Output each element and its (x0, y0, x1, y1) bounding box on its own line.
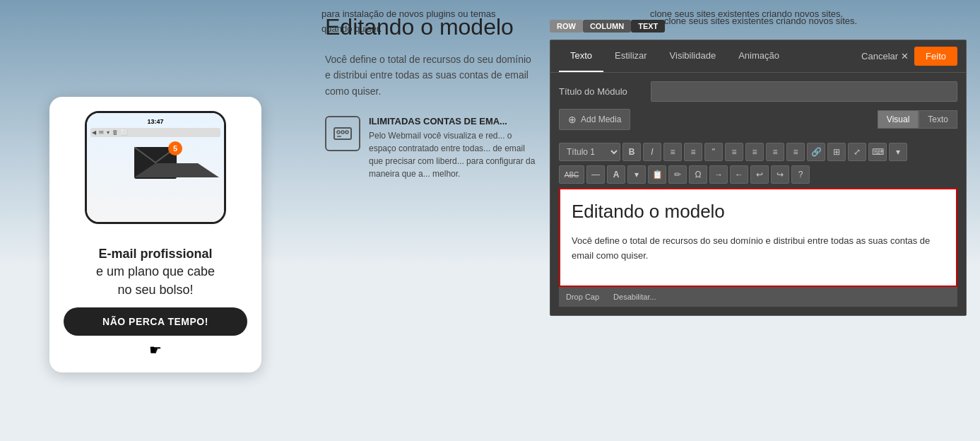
description-text: Você define o total de recursos do seu d… (325, 52, 537, 99)
toolbar-row-2: ABC — A ▾ 📋 ✏ Ω → ← ↩ ↪ ? (559, 165, 957, 184)
add-media-button[interactable]: ⊕ Add Media (559, 109, 630, 130)
middle-section: Editando o modelo Você define o total de… (311, 0, 551, 441)
bold-button[interactable]: B (622, 143, 641, 161)
paste-button[interactable]: 📋 (648, 165, 666, 184)
align-right-button[interactable]: ≡ (766, 143, 784, 161)
close-icon: ✕ (901, 51, 909, 61)
left-section: 13:47 ◀✉▾🗑⬜ 5 (0, 0, 311, 441)
heading-select[interactable]: Título 1 Título 2 Parágrafo (559, 143, 620, 161)
module-title-input[interactable] (651, 81, 957, 102)
phone-nav: ◀✉▾🗑⬜ (90, 128, 220, 137)
ordered-list-button[interactable]: ≡ (684, 143, 702, 161)
cta-button[interactable]: NÃO PERCA TEMPO! (64, 307, 247, 336)
main-heading: Editando o modelo (325, 14, 537, 40)
phone-time: 13:47 (90, 117, 220, 127)
add-media-icon: ⊕ (568, 114, 577, 125)
outdent-button[interactable]: ← (730, 165, 748, 184)
tab-animacao[interactable]: Animação (727, 40, 791, 72)
breadcrumb-column[interactable]: COLUMN (583, 20, 631, 33)
visual-view-button[interactable]: Visual (878, 110, 919, 129)
cancel-button[interactable]: Cancelar ✕ (861, 51, 909, 61)
table-button[interactable]: ⊞ (827, 143, 846, 161)
phone-frame: 13:47 ◀✉▾🗑⬜ 5 (85, 111, 226, 224)
view-toggle: Visual Texto (878, 110, 957, 129)
feature-icon (325, 116, 360, 151)
keyboard-button[interactable]: ⌨ (868, 143, 887, 161)
svg-point-2 (337, 131, 340, 134)
toolbar-row-1: Título 1 Título 2 Parágrafo B I ≡ ≡ " ≡ … (559, 143, 957, 161)
editor-panel: Texto Estilizar Visibilidade Animação Ca… (550, 40, 967, 316)
feature-content: ILIMITADAS CONTAS DE EMA... Pelo Webmail… (369, 116, 537, 180)
indent-button[interactable]: → (709, 165, 728, 184)
drop-cap-label[interactable]: Drop Cap (566, 293, 599, 301)
feature-title: ILIMITADAS CONTAS DE EMA... (369, 116, 537, 127)
eraser-button[interactable]: ✏ (668, 165, 687, 184)
email-icon-container: 5 (134, 147, 177, 179)
hr-button[interactable]: — (586, 165, 605, 184)
phone-mockup: 13:47 ◀✉▾🗑⬜ 5 (85, 111, 226, 238)
strikethrough-button[interactable]: ABC (559, 165, 584, 184)
phone-card: 13:47 ◀✉▾🗑⬜ 5 (49, 97, 261, 372)
link-button[interactable]: 🔗 (807, 143, 825, 161)
editor-header-actions: Cancelar ✕ Feito (861, 47, 957, 66)
more-button[interactable]: ▾ (889, 143, 907, 161)
undo-button[interactable]: ↩ (750, 165, 769, 184)
tab-texto[interactable]: Texto (559, 40, 603, 72)
tab-visibilidade[interactable]: Visibilidade (659, 40, 728, 72)
phone-screen: 13:47 ◀✉▾🗑⬜ 5 (87, 113, 224, 222)
unordered-list-button[interactable]: ≡ (663, 143, 682, 161)
breadcrumb-row[interactable]: ROW (550, 20, 583, 33)
feature-text: Pelo Webmail você visualiza e red... o e… (369, 129, 537, 180)
breadcrumb-text[interactable]: TEXT (631, 20, 665, 33)
align-justify-button[interactable]: ≡ (786, 143, 805, 161)
breadcrumb-bar: ROW COLUMN TEXT (550, 20, 665, 33)
svg-point-3 (341, 131, 344, 134)
right-top-text: clone seus sites existentes criando novo… (664, 14, 966, 29)
align-left-button[interactable]: ≡ (725, 143, 743, 161)
content-heading: Editando o modelo (572, 201, 945, 223)
italic-button[interactable]: I (643, 143, 661, 161)
align-center-button[interactable]: ≡ (745, 143, 764, 161)
feature-item: ILIMITADAS CONTAS DE EMA... Pelo Webmail… (325, 116, 537, 180)
bottom-bar: Drop Cap Desabilitar... (559, 287, 957, 307)
redo-button[interactable]: ↪ (771, 165, 789, 184)
cursor-icon: ☛ (64, 341, 247, 358)
editor-tabs: Texto Estilizar Visibilidade Animação Ca… (550, 40, 966, 73)
fullscreen-button[interactable]: ⤢ (848, 143, 866, 161)
font-color-arrow[interactable]: ▾ (627, 165, 646, 184)
module-title-row: Título do Módulo (559, 81, 957, 102)
tab-estilizar[interactable]: Estilizar (603, 40, 659, 72)
disable-label[interactable]: Desabilitar... (613, 293, 656, 301)
content-editor[interactable]: Editando o modelo Você define o total de… (559, 188, 957, 287)
help-button[interactable]: ? (791, 165, 810, 184)
done-button[interactable]: Feito (914, 47, 957, 66)
module-title-label: Título do Módulo (559, 86, 644, 97)
blockquote-button[interactable]: " (704, 143, 723, 161)
content-body: Você define o total de recursos do seu d… (572, 234, 945, 264)
text-view-button[interactable]: Texto (919, 110, 957, 129)
editor-body: Título do Módulo ⊕ Add Media Visual Text… (550, 73, 966, 315)
omega-button[interactable]: Ω (689, 165, 707, 184)
font-color-button[interactable]: A (607, 165, 625, 184)
card-title: E-mail profissional e um plano que cabe … (64, 245, 247, 299)
svg-point-4 (346, 131, 348, 134)
